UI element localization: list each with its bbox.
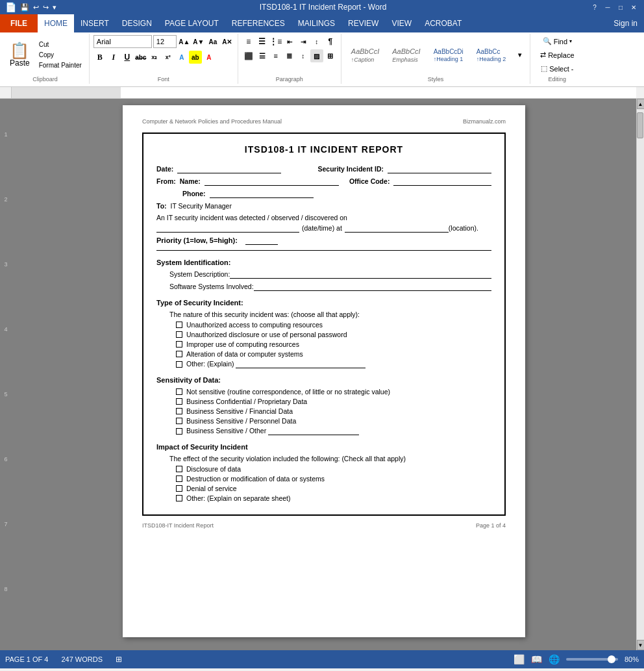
zoom-thumb[interactable] — [608, 655, 615, 663]
style-heading2[interactable]: AaBbCc ↑Heading 2 — [471, 46, 512, 64]
bold-btn[interactable]: B — [93, 51, 106, 64]
strikethrough-btn[interactable]: abc — [134, 51, 147, 64]
increase-font-btn[interactable]: A▲ — [178, 35, 191, 48]
security-id-field[interactable] — [388, 165, 491, 173]
align-right-btn[interactable]: ≡ — [269, 49, 282, 62]
checkbox-9[interactable] — [176, 418, 182, 424]
checkbox-13[interactable] — [176, 485, 182, 492]
redo-btn[interactable]: ↪ — [43, 3, 49, 12]
copy-btn[interactable]: Copy — [36, 50, 85, 60]
checkbox-2[interactable] — [176, 331, 182, 338]
close-btn[interactable]: ✕ — [628, 2, 639, 12]
office-code-field[interactable] — [393, 177, 491, 186]
font-size-input[interactable] — [153, 35, 177, 48]
paste-btn[interactable]: 📋 Paste — [5, 41, 34, 70]
view-web-btn[interactable]: 🌐 — [549, 654, 560, 665]
checkbox-14[interactable] — [176, 495, 182, 501]
checkbox-11[interactable] — [176, 466, 182, 472]
show-para-btn[interactable]: ¶ — [324, 35, 337, 48]
scroll-down-btn[interactable]: ▼ — [637, 640, 645, 650]
menu-design[interactable]: DESIGN — [116, 14, 158, 32]
menu-mailings[interactable]: MAILINGS — [291, 14, 341, 32]
checkbox-8[interactable] — [176, 408, 182, 414]
document-page[interactable]: Computer & Network Policies and Procedur… — [123, 105, 525, 637]
margin-num-4: 4 — [0, 326, 12, 333]
checkbox-7[interactable] — [176, 398, 182, 405]
menu-home[interactable]: HOME — [38, 14, 74, 32]
phone-field[interactable] — [210, 190, 314, 198]
minimize-btn[interactable]: ─ — [602, 2, 613, 12]
date-row: Date: Security Incident ID: — [156, 165, 491, 173]
shading-btn[interactable]: ▨ — [310, 49, 323, 62]
date-time-field[interactable] — [156, 224, 299, 233]
highlight-btn[interactable]: ab — [189, 51, 202, 64]
doc-area[interactable]: Computer & Network Policies and Procedur… — [12, 99, 636, 650]
decrease-font-btn[interactable]: A▼ — [192, 35, 205, 48]
clear-format-btn[interactable]: A✕ — [221, 35, 234, 48]
layout-view-icon[interactable]: ⊞ — [116, 655, 122, 664]
replace-btn[interactable]: ⇄ Replace — [536, 49, 578, 61]
underline-btn[interactable]: U — [121, 51, 134, 64]
menu-acrobat[interactable]: ACROBAT — [418, 14, 468, 32]
menu-review[interactable]: REVIEW — [341, 14, 385, 32]
bullets-btn[interactable]: ≡ — [242, 35, 255, 48]
styles-more-btn[interactable]: ▾ — [513, 49, 526, 62]
change-case-btn[interactable]: Aa — [206, 35, 219, 48]
checkbox-5[interactable] — [176, 361, 182, 368]
date-field[interactable] — [177, 165, 281, 173]
multilevel-btn[interactable]: ⋮≡ — [269, 35, 282, 48]
restore-btn[interactable]: □ — [615, 2, 626, 12]
menu-insert[interactable]: INSERT — [74, 14, 116, 32]
format-painter-btn[interactable]: Format Painter — [36, 60, 85, 70]
checkbox-4[interactable] — [176, 351, 182, 357]
decrease-indent-btn[interactable]: ⇤ — [283, 35, 296, 48]
select-btn[interactable]: ⬚ Select - — [536, 62, 578, 75]
zoom-slider[interactable] — [566, 658, 618, 661]
checkbox-1[interactable] — [176, 322, 182, 328]
undo-btn[interactable]: ↩ — [33, 3, 39, 12]
scroll-track[interactable] — [637, 109, 645, 640]
numbering-btn[interactable]: ☰ — [256, 35, 269, 48]
style-heading1[interactable]: AaBbCcDi ↑Heading 1 — [428, 46, 469, 64]
footer-left: ITSD108-IT Incident Report — [142, 522, 214, 529]
help-btn[interactable]: ? — [589, 2, 600, 12]
style-caption[interactable]: AaBbCcI ↑Caption — [345, 45, 385, 65]
increase-indent-btn[interactable]: ⇥ — [297, 35, 310, 48]
margin-num-2: 2 — [0, 196, 12, 203]
subscript-btn[interactable]: x₂ — [148, 51, 161, 64]
align-center-btn[interactable]: ☰ — [256, 49, 269, 62]
clipboard-group: 📋 Paste Cut Copy Format Painter Clipboar… — [3, 34, 90, 84]
file-tab[interactable]: FILE — [0, 14, 38, 32]
cut-btn[interactable]: Cut — [36, 40, 85, 49]
style-emphasis[interactable]: AaBbCcI Emphasis — [386, 45, 426, 65]
superscript-btn[interactable]: x² — [162, 51, 175, 64]
menu-page-layout[interactable]: PAGE LAYOUT — [158, 14, 225, 32]
menu-references[interactable]: REFERENCES — [225, 14, 291, 32]
font-name-input[interactable] — [93, 35, 152, 48]
justify-btn[interactable]: ≣ — [283, 49, 296, 62]
priority-field[interactable] — [245, 236, 278, 245]
name-field[interactable] — [204, 177, 339, 186]
sys-desc-field[interactable] — [230, 270, 491, 279]
line-spacing-btn[interactable]: ↕ — [297, 49, 310, 62]
find-btn[interactable]: 🔍 Find ▾ — [538, 35, 576, 47]
location-field[interactable] — [345, 224, 449, 233]
checkbox-6[interactable] — [176, 388, 182, 395]
scroll-up-btn[interactable]: ▲ — [637, 99, 645, 109]
checkbox-12[interactable] — [176, 475, 182, 482]
sort-btn[interactable]: ↕ — [310, 35, 323, 48]
italic-btn[interactable]: I — [107, 51, 120, 64]
text-effects-btn[interactable]: A — [175, 51, 188, 64]
checkbox-10[interactable] — [176, 428, 182, 435]
sign-in[interactable]: Sign in — [607, 14, 644, 32]
borders-btn[interactable]: ⊞ — [324, 49, 337, 62]
checkbox-3[interactable] — [176, 341, 182, 348]
sw-field[interactable] — [254, 283, 491, 291]
font-color-btn[interactable]: A — [203, 51, 216, 64]
align-left-btn[interactable]: ⬛ — [242, 49, 255, 62]
scroll-thumb[interactable] — [637, 112, 643, 138]
view-layout-btn[interactable]: ⬜ — [514, 654, 525, 665]
menu-view[interactable]: VIEW — [385, 14, 418, 32]
quick-save[interactable]: 💾 — [20, 3, 29, 12]
view-read-btn[interactable]: 📖 — [531, 654, 542, 665]
